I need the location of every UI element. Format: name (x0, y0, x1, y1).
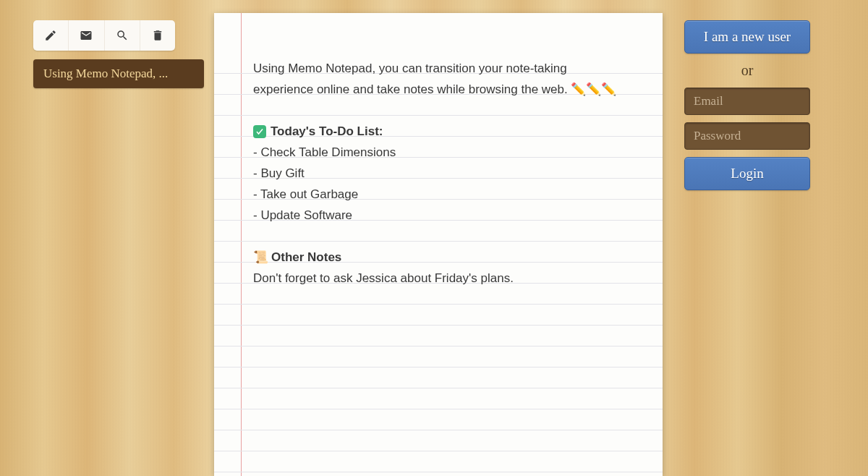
mail-icon (80, 29, 93, 42)
note-list: Using Memo Notepad, ... (33, 59, 204, 88)
todo-header-text: Today's To-Do List: (271, 121, 383, 142)
note-paper[interactable]: Using Memo Notepad, you can transition y… (214, 13, 663, 476)
note-list-item[interactable]: Using Memo Notepad, ... (33, 59, 204, 88)
checkmark-icon (253, 125, 266, 138)
password-field[interactable] (684, 122, 810, 150)
todo-header: Today's To-Do List: (253, 121, 626, 142)
edit-icon (44, 29, 57, 42)
scroll-icon: 📜 (253, 247, 268, 268)
other-header: 📜 Other Notes (253, 247, 626, 268)
search-icon (116, 29, 129, 42)
todo-item: - Take out Garbage (253, 184, 626, 205)
new-user-button[interactable]: I am a new user (684, 20, 810, 54)
note-intro: Using Memo Notepad, you can transition y… (253, 58, 626, 100)
todo-item: - Update Software (253, 205, 626, 226)
trash-icon (151, 29, 164, 42)
search-button[interactable] (105, 20, 140, 51)
other-section: 📜 Other Notes Don't forget to ask Jessic… (253, 247, 626, 289)
sidebar: Using Memo Notepad, ... (0, 0, 214, 476)
toolbar (33, 20, 175, 51)
edit-button[interactable] (33, 20, 69, 51)
auth-panel: I am a new user or Login (684, 0, 839, 476)
or-divider: or (684, 62, 810, 79)
intro-text: Using Memo Notepad, you can transition y… (253, 61, 571, 96)
email-field[interactable] (684, 88, 810, 115)
note-content: Using Memo Notepad, you can transition y… (214, 13, 663, 324)
mail-button[interactable] (69, 20, 104, 51)
login-button[interactable]: Login (684, 157, 810, 190)
todo-item: - Buy Gift (253, 163, 626, 184)
todo-item: - Check Table Dimensions (253, 142, 626, 163)
todo-section: Today's To-Do List: - Check Table Dimens… (253, 121, 626, 226)
other-header-text: Other Notes (271, 247, 341, 268)
pencil-icons: ✏️✏️✏️ (571, 82, 616, 96)
trash-button[interactable] (140, 20, 175, 51)
other-text: Don't forget to ask Jessica about Friday… (253, 268, 626, 289)
